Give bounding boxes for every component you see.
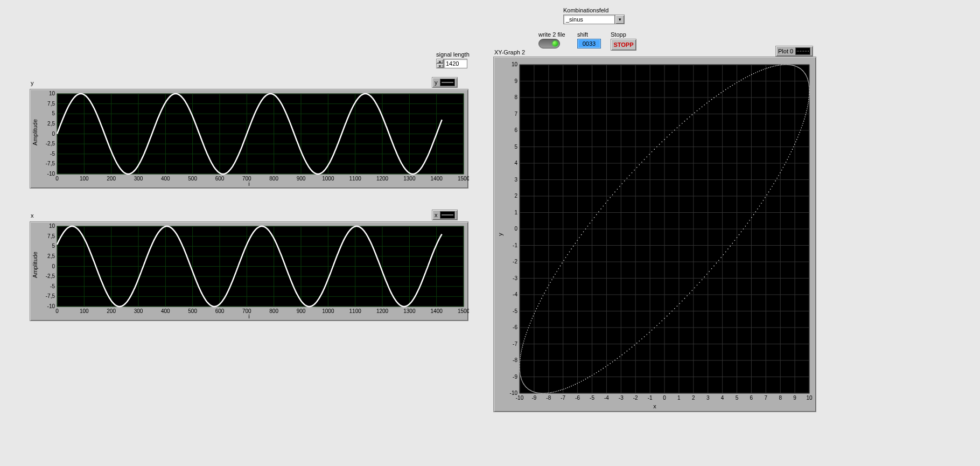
svg-point-479 — [581, 381, 582, 382]
svg-point-304 — [737, 82, 738, 83]
svg-point-538 — [723, 254, 724, 255]
svg-point-395 — [537, 305, 538, 307]
svg-text:8: 8 — [514, 94, 517, 100]
svg-point-237 — [808, 103, 809, 104]
svg-point-220 — [796, 139, 797, 140]
svg-point-530 — [704, 276, 705, 277]
svg-point-211 — [786, 162, 787, 163]
svg-text:200: 200 — [107, 176, 116, 182]
signal-length-spinner[interactable]: ▲ ▼ — [436, 59, 444, 68]
shift-field[interactable]: 0033 — [577, 39, 601, 48]
chart-y-ylabel: Amplitude — [32, 119, 38, 145]
svg-point-355 — [612, 194, 613, 196]
svg-text:0: 0 — [55, 176, 59, 182]
svg-point-462 — [550, 392, 551, 393]
svg-point-192 — [753, 214, 754, 215]
svg-point-303 — [739, 81, 740, 82]
svg-point-419 — [520, 358, 521, 359]
svg-point-249 — [808, 84, 809, 85]
svg-text:200: 200 — [107, 308, 116, 314]
svg-point-334 — [664, 139, 665, 140]
svg-point-380 — [560, 266, 561, 267]
svg-point-534 — [713, 266, 715, 267]
svg-point-322 — [694, 113, 695, 114]
svg-point-231 — [805, 114, 806, 115]
svg-point-235 — [807, 107, 808, 108]
svg-point-312 — [718, 94, 719, 95]
svg-point-423 — [519, 365, 520, 366]
svg-text:1400: 1400 — [431, 176, 443, 182]
svg-point-350 — [624, 180, 625, 182]
svg-point-347 — [632, 172, 633, 173]
svg-point-459 — [545, 393, 547, 394]
svg-point-501 — [632, 347, 633, 348]
svg-point-279 — [783, 64, 784, 65]
chart-x-legend[interactable]: x — [432, 210, 458, 220]
svg-text:-10: -10 — [47, 303, 55, 309]
svg-point-540 — [727, 248, 729, 249]
svg-point-190 — [749, 220, 750, 221]
svg-text:1200: 1200 — [376, 176, 389, 182]
svg-point-416 — [521, 352, 522, 353]
svg-point-197 — [763, 200, 764, 201]
svg-text:300: 300 — [134, 308, 143, 314]
spinner-down-icon[interactable]: ▼ — [436, 64, 444, 68]
svg-point-301 — [743, 79, 744, 80]
svg-text:-9: -9 — [513, 374, 517, 380]
svg-point-515 — [667, 316, 668, 317]
svg-point-468 — [560, 390, 561, 391]
svg-point-508 — [649, 332, 650, 333]
svg-point-290 — [765, 68, 766, 69]
svg-text:5: 5 — [52, 110, 55, 116]
chart-y-legend[interactable]: y — [432, 77, 458, 88]
stop-button[interactable]: STOPP — [611, 39, 636, 51]
svg-point-214 — [789, 154, 790, 155]
svg-point-201 — [770, 189, 771, 190]
signal-length-input[interactable] — [444, 59, 467, 68]
svg-text:900: 900 — [297, 308, 306, 314]
svg-point-430 — [520, 375, 521, 376]
svg-point-483 — [590, 376, 591, 377]
svg-point-427 — [520, 371, 521, 372]
svg-point-361 — [598, 211, 599, 212]
svg-point-363 — [594, 217, 595, 218]
svg-point-258 — [804, 73, 806, 74]
svg-point-275 — [788, 64, 789, 65]
write2file-switch[interactable] — [538, 39, 560, 48]
svg-point-452 — [536, 392, 537, 393]
svg-point-313 — [716, 95, 717, 96]
svg-point-332 — [669, 134, 670, 135]
svg-point-458 — [544, 393, 545, 394]
stop-label: Stopp — [611, 31, 636, 38]
svg-text:-7,5: -7,5 — [46, 161, 55, 166]
svg-point-277 — [786, 64, 787, 65]
svg-point-319 — [702, 107, 703, 108]
svg-point-317 — [706, 103, 708, 104]
svg-point-340 — [649, 154, 650, 155]
chevron-down-icon: ▾ — [619, 17, 621, 22]
shift-value: 0033 — [583, 40, 596, 47]
chart-xy-legend[interactable]: Plot 0 — [775, 46, 813, 57]
combo-field[interactable]: _sinus — [563, 15, 615, 24]
combo-dropdown-button[interactable]: ▾ — [615, 15, 625, 24]
svg-text:500: 500 — [188, 308, 197, 314]
svg-point-315 — [711, 99, 712, 100]
svg-point-542 — [732, 243, 733, 244]
svg-text:3: 3 — [706, 395, 710, 401]
combo-label: Kombinationsfeld — [563, 7, 625, 13]
svg-text:7,5: 7,5 — [47, 233, 55, 239]
svg-point-341 — [646, 156, 647, 157]
chart-x-legend-swatch — [440, 211, 455, 219]
spinner-up-icon[interactable]: ▲ — [436, 59, 444, 64]
svg-text:2: 2 — [514, 193, 517, 199]
svg-point-424 — [519, 366, 520, 367]
svg-point-474 — [571, 386, 572, 387]
signal-length-label: signal length — [436, 51, 470, 58]
svg-point-342 — [644, 159, 645, 160]
svg-point-448 — [531, 391, 533, 392]
svg-text:700: 700 — [242, 308, 251, 314]
svg-point-269 — [795, 66, 796, 67]
chart-y-legend-swatch — [440, 79, 455, 86]
svg-point-305 — [734, 84, 736, 85]
svg-point-219 — [795, 142, 796, 143]
